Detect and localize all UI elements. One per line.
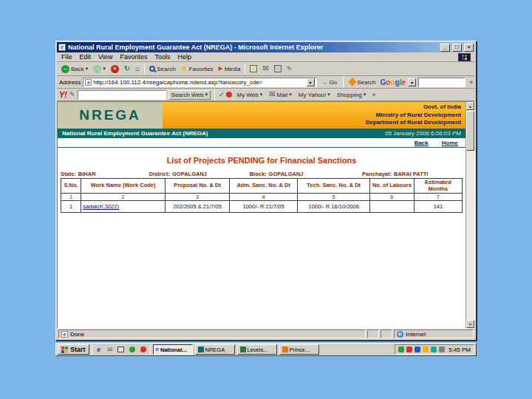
quicklaunch-desktop-icon[interactable] [117, 345, 126, 354]
addr-search-button[interactable]: Search [347, 76, 378, 88]
address-label: Address [59, 79, 81, 86]
back-button[interactable]: ← Back ▾ [59, 63, 90, 75]
scroll-thumb[interactable] [466, 111, 474, 151]
back-label: Back [71, 66, 84, 72]
address-input[interactable] [93, 78, 304, 86]
block-value: GOPALGANJ [269, 171, 304, 177]
mail-button[interactable]: ✉ [260, 63, 270, 75]
col-number: 1 [61, 194, 81, 201]
scroll-down-button[interactable]: ▼ [466, 320, 474, 328]
forward-dropdown-icon[interactable]: ▾ [103, 66, 106, 72]
search-web-button[interactable]: Search Web ▾ [168, 90, 211, 100]
stop-button[interactable]: × [109, 63, 121, 75]
address-dropdown-button[interactable]: ▾ [307, 78, 315, 86]
refresh-icon: ↻ [124, 65, 130, 72]
task-ie-icon: e [156, 347, 159, 352]
media-button[interactable]: ▶ Media [216, 63, 243, 75]
task-button-prince[interactable]: Prince... [279, 344, 319, 355]
task-button-national[interactable]: e National... [153, 344, 193, 355]
menu-favorites[interactable]: Favorites [120, 53, 147, 61]
scroll-track[interactable] [466, 151, 474, 320]
forward-button[interactable]: → ▾ [91, 63, 108, 75]
yahoo-mail-button[interactable]: ✉ Mail ▾ [267, 89, 294, 100]
title-bar[interactable]: e National Rural Employment Guarantee Ac… [57, 42, 475, 52]
address-field[interactable]: e ▾ [83, 78, 316, 87]
history-icon [250, 65, 257, 72]
quicklaunch-messenger-icon[interactable] [128, 345, 137, 354]
yahoo-pencil-icon[interactable]: ✎ [69, 92, 75, 98]
menu-view[interactable]: View [98, 53, 112, 61]
google-dropdown-button[interactable]: ▾ [408, 78, 416, 86]
yahoo-alert-icon[interactable] [226, 92, 232, 98]
yahoo-search-input[interactable] [78, 90, 166, 100]
home-button[interactable]: ⌂ [133, 63, 142, 75]
browser-viewport: NREGA Govt. of India Ministry of Rural D… [57, 101, 475, 329]
tray-antivirus-icon[interactable] [398, 347, 404, 352]
stop-icon: × [111, 65, 119, 73]
panchayat-filter: Panchayat: BARAI PATTI [362, 171, 463, 177]
work-link[interactable]: sadak(K:3022) [83, 203, 119, 210]
yahoo-mail-label: Mail [277, 92, 288, 98]
table-header-row: S.No. Work Name (Work Code) Proposal No.… [61, 179, 463, 194]
address-overflow-chevron[interactable]: » [469, 78, 473, 86]
tray-messenger-icon[interactable] [431, 347, 437, 352]
my-web-button[interactable]: My Web ▾ [234, 89, 265, 100]
quicklaunch-mail-icon[interactable]: ✉ [106, 345, 115, 354]
tray-network-icon[interactable] [415, 347, 420, 352]
refresh-button[interactable]: ↻ [122, 63, 132, 75]
start-button[interactable]: Start [58, 344, 89, 355]
task-button-levels[interactable]: Levels... [237, 344, 277, 355]
col-header-work: Work Name (Work Code) [81, 179, 166, 194]
go-icon: → [321, 78, 328, 86]
google-search-input[interactable] [418, 78, 466, 87]
cell-proposal: 202/2005 & 21/7/05 [166, 201, 230, 213]
cell-labours [370, 201, 415, 213]
forward-icon: → [93, 65, 101, 73]
quicklaunch-ie-icon[interactable]: e [95, 345, 103, 354]
back-link[interactable]: Back [415, 140, 429, 146]
home-icon: ⌂ [135, 65, 140, 72]
tray-update-icon[interactable] [423, 347, 429, 352]
toolbar-separator [144, 64, 145, 74]
col-header-months: Estimated Months [414, 179, 462, 194]
toolbar-separator [214, 89, 215, 100]
menu-tools[interactable]: Tools [154, 53, 170, 61]
favorites-button[interactable]: ★ Favorites [179, 63, 216, 75]
govt-line-1: Govt. of India [423, 103, 461, 112]
menu-file[interactable]: File [61, 53, 72, 61]
shopping-button[interactable]: Shopping ▾ [335, 89, 368, 100]
edit-button[interactable]: ✎ [284, 63, 295, 75]
back-dropdown-icon[interactable]: ▾ [86, 66, 89, 72]
close-button[interactable]: × [464, 44, 474, 52]
minimize-button[interactable]: _ [440, 44, 450, 52]
col-header-proposal: Proposal No. & Dt [166, 179, 230, 194]
menu-edit[interactable]: Edit [80, 53, 92, 61]
page-nav: Back Home [58, 138, 466, 148]
task-button-nrega[interactable]: NREGA [195, 344, 235, 355]
go-button[interactable]: → Go [319, 76, 340, 88]
state-value: BIHAR [78, 171, 96, 177]
search-label: Search [157, 66, 175, 72]
google-logo-letter: e [401, 78, 406, 86]
task-label: Prince... [290, 347, 310, 353]
vertical-scrollbar[interactable]: ▲ ▼ [466, 102, 474, 328]
print-button[interactable] [272, 63, 284, 75]
history-button[interactable] [248, 63, 259, 75]
desktop: e National Rural Employment Guarantee Ac… [0, 0, 532, 399]
col-header-adm: Adm. Sanc. No. & Dt [230, 179, 298, 194]
media-icon: ▶ [219, 66, 223, 72]
menu-help[interactable]: Help [177, 53, 191, 61]
home-link[interactable]: Home [442, 140, 458, 146]
task-label: National... [160, 347, 187, 353]
tray-alert-icon[interactable] [406, 347, 412, 352]
my-yahoo-button[interactable]: My Yahoo! ▾ [296, 89, 332, 100]
quicklaunch-media-icon[interactable] [139, 345, 148, 354]
back-icon: ← [61, 65, 69, 73]
yahoo-overflow-chevron[interactable]: » [372, 91, 375, 98]
check-icon[interactable]: ✓ [219, 92, 225, 98]
scroll-up-button[interactable]: ▲ [466, 102, 474, 110]
search-toolbar-button[interactable]: Search [147, 63, 177, 75]
maximize-button[interactable]: □ [452, 44, 462, 52]
panchayat-label: Panchayat: [362, 171, 392, 177]
tray-volume-icon[interactable] [439, 347, 445, 352]
